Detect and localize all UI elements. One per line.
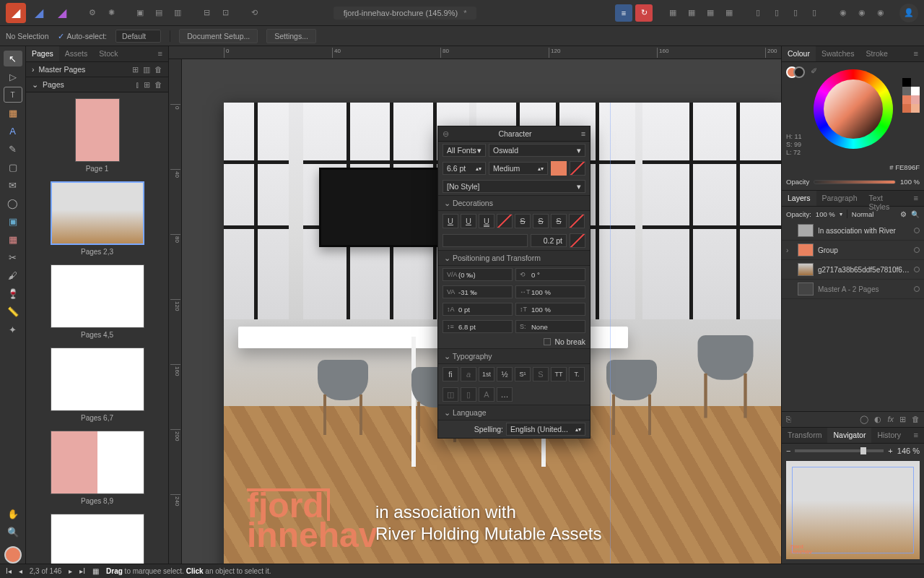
no-decoration-colour-icon[interactable] [570,233,585,248]
zoom-value[interactable]: 146 % [897,447,920,455]
arrange-4-icon[interactable]: ▦ [720,4,738,22]
layer-row[interactable]: In association with River [782,221,924,241]
text-frame-tool[interactable]: T [4,87,22,103]
font-family-combo[interactable]: Oswald▾ [489,144,585,157]
preferences-icon[interactable]: ✺ [103,4,120,22]
page-thumb-4-5[interactable]: Pages 4,5 [32,264,162,339]
layer-expand-icon[interactable]: › [786,246,793,254]
page-indicator[interactable]: 2,3 of 146 [30,567,61,575]
layers-panel-menu-icon[interactable]: ≡ [908,191,924,206]
panel-close-icon[interactable]: ⊖ [443,129,449,138]
last-page-icon[interactable]: ▸I [79,567,85,575]
no-strike-icon[interactable] [569,214,585,228]
order-4-icon[interactable]: ▯ [806,4,823,22]
eyedropper-tool[interactable]: ✦ [4,322,22,337]
vector-crop-tool[interactable]: ▦ [4,231,22,247]
page-thumb-1[interactable]: Page 1 [32,98,162,173]
cloud-1-icon[interactable]: ◉ [834,4,852,22]
account-icon[interactable]: 👤 [899,4,918,22]
no-underline-icon[interactable] [497,214,513,228]
table-tool[interactable]: ▦ [4,105,22,121]
tab-assets[interactable]: Assets [59,46,94,61]
layer-row[interactable]: Master A - 2 Pages [782,280,924,299]
ellipse-tool[interactable]: ◯ [4,195,22,211]
navigator-preview[interactable]: fjordinnehav [786,461,920,559]
visibility-toggle[interactable] [914,247,920,253]
canvas[interactable]: 0 40 80 120 160 200 0 40 80 120 160 200 … [169,46,781,564]
place-image-tool[interactable]: ▣ [4,213,22,229]
add-layer-icon[interactable]: ⊞ [899,415,906,424]
tab-paragraph[interactable]: Paragraph [816,191,863,206]
cloud-2-icon[interactable]: ◉ [853,4,871,22]
page-thumb-more[interactable] [32,514,162,564]
move-tool[interactable]: ↖ [4,51,22,66]
arrange-2-icon[interactable]: ▦ [683,4,700,22]
tab-stock[interactable]: Stock [93,46,123,61]
superscript-icon[interactable]: S¹ [515,367,531,381]
positioning-section[interactable]: ⌄ Positioning and Transform [438,250,590,266]
baseline-icon[interactable]: ⊟ [198,4,215,22]
delete-page-icon[interactable]: 🗑 [154,80,162,89]
artistic-text-tool[interactable]: A [4,123,22,139]
pen-tool[interactable]: ✎ [4,141,22,157]
adjust-icon[interactable]: ◐ [874,415,881,424]
font-size-field[interactable]: 6.6 pt▴▾ [443,162,486,175]
smallcaps-icon[interactable]: T. [569,367,585,381]
delete-master-icon[interactable]: 🗑 [154,65,162,74]
opacity-value[interactable]: 100 % [900,178,920,186]
strikethrough-icon[interactable]: S [515,214,531,228]
tab-stroke[interactable]: Stroke [860,46,893,61]
zoom-tool[interactable]: 🔍 [4,524,22,540]
font-filter-combo[interactable]: All Fonts▾ [443,144,486,157]
pages-opts-icon[interactable]: ⫿ [136,80,139,89]
underline2-icon[interactable]: U [461,214,476,228]
shear-field[interactable]: S:None [515,320,585,333]
preflight-icon[interactable]: ↻ [635,4,653,22]
layer-opacity-value[interactable]: 100 % [816,210,835,218]
language-section[interactable]: ⌄ Language [438,405,590,420]
picture-frame-tool[interactable]: ✉ [4,177,22,193]
add-master-icon[interactable]: ⊞ [132,65,139,74]
arrange-1-icon[interactable]: ▦ [664,4,681,22]
underline-icon[interactable]: U [443,214,458,228]
panel-menu-icon[interactable]: ≡ [581,129,585,138]
order-2-icon[interactable]: ▯ [768,4,785,22]
typo-extra-1-icon[interactable]: ◫ [443,387,458,402]
app-logo-photo[interactable]: ◢ [52,3,72,23]
typo-extra-3-icon[interactable]: A [479,387,494,402]
typography-section[interactable]: ⌄ Typography [438,348,590,364]
layer-link-icon[interactable]: ⎘ [786,415,791,424]
page-thumb-6-7[interactable]: Pages 6,7 [32,348,162,422]
first-page-icon[interactable]: I◂ [6,567,12,575]
arrange-3-icon[interactable]: ▦ [702,4,719,22]
next-page-icon[interactable]: ▸ [69,567,72,575]
subscript-icon[interactable]: S [533,367,549,381]
crop-tool[interactable]: ✂ [4,249,22,265]
settings-button[interactable]: Settings... [266,29,316,43]
fill-tool[interactable]: 🖌 [4,267,22,283]
no-colour-icon[interactable] [570,161,585,176]
kerning-field[interactable]: VA-31 ‰ [443,285,513,298]
recent-swatches[interactable] [902,78,920,113]
typo-more-icon[interactable]: … [497,387,513,402]
tab-history[interactable]: History [871,428,907,443]
rectangle-tool[interactable]: ▢ [4,159,22,175]
order-3-icon[interactable]: ▯ [787,4,804,22]
decorations-section[interactable]: ⌄ Decorations [438,195,590,211]
zoom-in-icon[interactable]: + [888,447,892,455]
no-break-checkbox[interactable] [544,338,551,345]
tab-text-styles[interactable]: Text Styles [863,191,908,206]
caps-icon[interactable]: TT [551,367,567,381]
mask-icon[interactable]: ◯ [860,415,868,424]
layers-gear-icon[interactable]: ⚙ [900,210,907,218]
nav-panel-menu-icon[interactable]: ≡ [908,428,924,443]
node-tool[interactable]: ▷ [4,69,22,85]
tab-transform[interactable]: Transform [782,428,827,443]
auto-select-checkbox[interactable]: ✓ Auto-select: [58,32,107,40]
measure-tool[interactable]: 📏 [4,303,22,319]
typo-extra-2-icon[interactable]: ▯ [461,387,476,402]
char-style-combo[interactable]: [No Style]▾ [443,180,585,193]
ligatures-icon[interactable]: fi [443,367,458,381]
blend-mode-combo[interactable]: Normal [852,210,896,218]
master-pages-section[interactable]: ›Master Pages ⊞▥🗑 [26,62,168,77]
